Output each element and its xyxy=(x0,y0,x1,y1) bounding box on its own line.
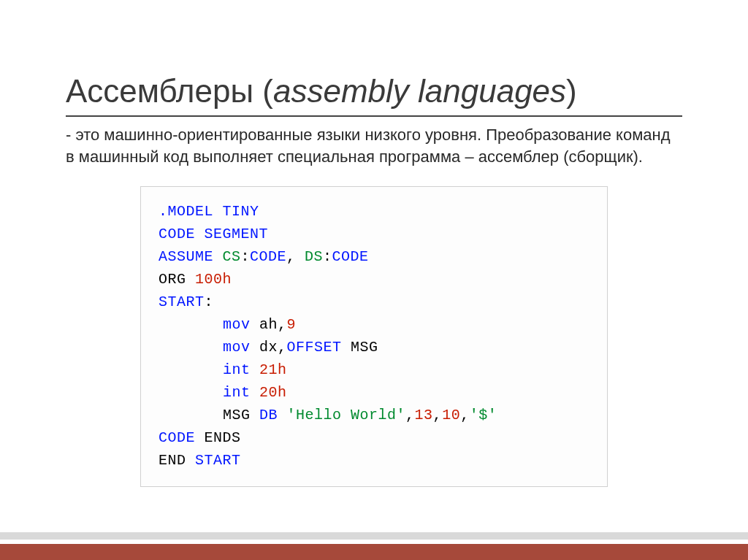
code-line-9: int 20h xyxy=(159,381,589,404)
code-line-5: START: xyxy=(159,291,589,313)
footer-accent-bar xyxy=(0,540,748,560)
presentation-slide: Ассемблеры (assembly languages) - это ма… xyxy=(0,0,748,560)
slide-title: Ассемблеры (assembly languages) xyxy=(66,73,682,110)
title-close: ) xyxy=(566,73,577,109)
code-line-12: END START xyxy=(159,449,589,472)
code-line-7: mov dx,OFFSET MSG xyxy=(159,336,589,358)
footer-gray-stripe xyxy=(0,532,748,540)
title-main: Ассемблеры xyxy=(66,73,253,109)
code-line-3: ASSUME CS:CODE, DS:CODE xyxy=(159,245,589,268)
code-line-1: .MODEL TINY xyxy=(159,200,589,223)
code-line-6: mov ah,9 xyxy=(159,313,589,336)
content-area: Ассемблеры (assembly languages) - это ма… xyxy=(0,0,748,487)
title-underline xyxy=(66,115,682,117)
code-line-2: CODE SEGMENT xyxy=(159,223,589,245)
title-subtitle: assembly languages xyxy=(273,73,566,109)
code-line-8: int 21h xyxy=(159,358,589,381)
code-block: .MODEL TINY CODE SEGMENT ASSUME CS:CODE,… xyxy=(140,186,608,487)
code-line-11: CODE ENDS xyxy=(159,426,589,449)
code-line-10: MSG DB 'Hello World',13,10,'$' xyxy=(159,404,589,426)
title-open: ( xyxy=(253,73,273,109)
code-line-4: ORG 100h xyxy=(159,268,589,291)
description-text: - это машинно-ориентированные языки низк… xyxy=(66,124,682,167)
